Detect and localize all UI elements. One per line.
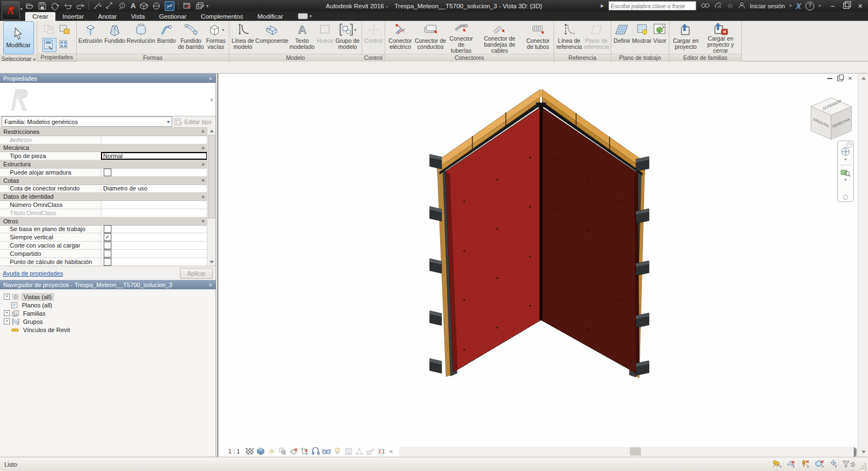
checkbox[interactable]	[104, 242, 111, 249]
panel-label-editor-familias[interactable]: Editor de familias	[669, 54, 741, 61]
definir-button[interactable]: Definir	[612, 21, 632, 53]
row-siempre-vertical[interactable]: Siempre vertical✓	[0, 233, 207, 242]
expand-icon[interactable]: +	[4, 294, 10, 300]
conector-tuberias-button[interactable]: Conector de tuberías	[447, 21, 476, 53]
modify-button[interactable]: Modificar	[3, 21, 34, 54]
barrido-button[interactable]: Barrido	[155, 21, 178, 53]
tree-item-planos[interactable]: Planos (all)	[0, 301, 216, 309]
close-button[interactable]: ×	[858, 3, 863, 9]
tab-anotar[interactable]: Anotar	[91, 12, 124, 21]
section-otros[interactable]: Otros«	[0, 217, 207, 226]
checkbox[interactable]	[104, 169, 111, 176]
user-icon[interactable]	[738, 2, 746, 10]
row-anfitrion[interactable]: Anfitrión	[0, 136, 207, 144]
visual-style-icon[interactable]	[256, 447, 265, 456]
texto-modelado-button[interactable]: A Texto modelado	[289, 21, 315, 53]
navbar-close-icon[interactable]: ×	[847, 142, 852, 148]
drag-on-selection-icon[interactable]	[829, 459, 838, 469]
expand-icon[interactable]: +	[4, 310, 10, 316]
tab-vista[interactable]: Vista	[124, 12, 152, 21]
scroll-down-icon[interactable]	[207, 259, 216, 266]
search-expand-icon[interactable]: ▶	[601, 3, 604, 8]
extrusion-button[interactable]: Extrusión	[78, 21, 103, 53]
thin-lines-icon[interactable]	[165, 1, 174, 11]
checkbox-checked[interactable]: ✓	[104, 233, 111, 241]
ribbon-display-toggle[interactable]: ▾	[298, 13, 312, 19]
panel-label-control[interactable]: Control	[362, 54, 385, 61]
horizontal-scrollbar[interactable]	[399, 447, 858, 456]
selection-filter[interactable]: :0	[842, 461, 855, 468]
favorites-star-icon[interactable]: ☆	[727, 2, 734, 10]
conector-conductos-button[interactable]: Conector de conductos	[414, 21, 447, 53]
app-menu-caret-icon[interactable]: ▾	[20, 7, 22, 12]
expand-icon[interactable]: +	[4, 318, 10, 324]
grupo-modelo-button[interactable]: ▾ Grupo de modelo	[335, 21, 360, 53]
properties-header[interactable]: Propiedades ×	[0, 74, 216, 83]
mostrar-button[interactable]: Mostrar	[632, 21, 652, 53]
panel-label-propiedades[interactable]: Propiedades	[37, 53, 76, 61]
restore-button[interactable]	[843, 3, 849, 9]
displacement-sets-icon[interactable]	[366, 447, 375, 456]
view-minimize-icon[interactable]	[827, 78, 832, 79]
undo-icon[interactable]: ▾	[63, 2, 72, 10]
close-hidden-windows-icon[interactable]	[183, 2, 191, 10]
family-types-icon[interactable]	[42, 23, 57, 37]
scroll-thumb[interactable]	[208, 135, 215, 218]
tab-crear[interactable]: Crear	[25, 12, 55, 21]
customize-qat-icon[interactable]: ▾	[208, 3, 208, 9]
subscription-icon[interactable]	[714, 2, 723, 10]
select-by-face-icon[interactable]	[815, 459, 825, 469]
view-restore-icon[interactable]	[837, 76, 843, 81]
navigation-bar[interactable]: × ▾ ▾	[837, 141, 854, 202]
help-caret-icon[interactable]: ▾	[819, 3, 821, 8]
hscroll-right-icon[interactable]	[854, 449, 856, 456]
reveal-hidden-icon[interactable]	[333, 447, 342, 456]
tab-complementos[interactable]: Complementos	[194, 12, 250, 21]
redo-icon[interactable]: ▾	[76, 2, 84, 10]
componente-button[interactable]: Componente	[255, 21, 289, 53]
steering-wheel-icon[interactable]	[841, 147, 850, 156]
panel-label-referencia[interactable]: Referencia	[554, 54, 611, 61]
linea-modelo-button[interactable]: Línea de modelo	[230, 21, 255, 53]
search-input[interactable]	[608, 1, 696, 10]
panel-label-modelo[interactable]: Modelo	[229, 54, 362, 61]
rendering-dialog-icon[interactable]	[289, 447, 298, 456]
select-pinned-icon[interactable]	[801, 459, 810, 469]
crop-view-icon[interactable]	[300, 447, 309, 456]
visor-button[interactable]: Visor	[652, 21, 668, 53]
tree-item-vinculos[interactable]: Vínculos de Revit	[0, 326, 216, 334]
sun-path-icon[interactable]	[267, 447, 276, 456]
tab-modificar[interactable]: Modificar	[250, 12, 290, 21]
view-close-icon[interactable]: ×	[848, 76, 852, 81]
revolucion-button[interactable]: Revolución	[127, 21, 155, 53]
section-restricciones[interactable]: Restricciones«	[0, 128, 207, 136]
vscroll-up-icon[interactable]	[858, 75, 868, 82]
properties-help-link[interactable]: Ayuda de propiedades	[3, 270, 63, 277]
browser-close-icon[interactable]: ×	[209, 282, 212, 288]
section-datos-identidad[interactable]: Datos de identidad«	[0, 193, 207, 201]
row-compartido[interactable]: Compartido	[0, 250, 207, 258]
viewbar-collapse-icon[interactable]: <	[389, 448, 392, 455]
measure-icon[interactable]: ▾	[93, 2, 102, 10]
sign-in-label[interactable]: Iniciar sesión	[750, 3, 785, 9]
conector-bandejas-button[interactable]: Conector de bandejas de cables	[476, 21, 524, 53]
tree-item-vistas[interactable]: + Vistas (all)	[0, 293, 216, 301]
edit-type-button[interactable]: Editar tipo	[174, 117, 214, 126]
visibility-settings-icon[interactable]	[58, 38, 72, 52]
properties-scrollbar[interactable]	[207, 127, 216, 266]
panel-label-conectores[interactable]: Conectores	[385, 54, 554, 61]
row-se-basa-plano-trabajo[interactable]: Se basa en plano de trabajo	[0, 226, 207, 234]
type-preview[interactable]: ▾	[0, 83, 216, 116]
row-punto-calculo[interactable]: Punto de cálculo de habitación	[0, 258, 207, 266]
open-icon[interactable]	[25, 2, 34, 10]
detail-level-icon[interactable]	[245, 447, 254, 456]
row-cota-conector-redondo[interactable]: Cota de conector redondoDiámetro de uso	[0, 185, 207, 193]
checkbox[interactable]	[104, 250, 111, 257]
revit-app-button[interactable]	[2, 1, 20, 20]
vertical-scrollbar[interactable]	[858, 74, 868, 457]
zoom-caret-icon[interactable]: ▾	[844, 178, 847, 182]
crop-region-icon[interactable]	[311, 447, 320, 456]
text-icon[interactable]: A	[131, 2, 136, 10]
properties-palette-icon[interactable]	[42, 38, 57, 52]
cargar-proyecto-button[interactable]: Cargar en proyecto	[670, 21, 701, 53]
